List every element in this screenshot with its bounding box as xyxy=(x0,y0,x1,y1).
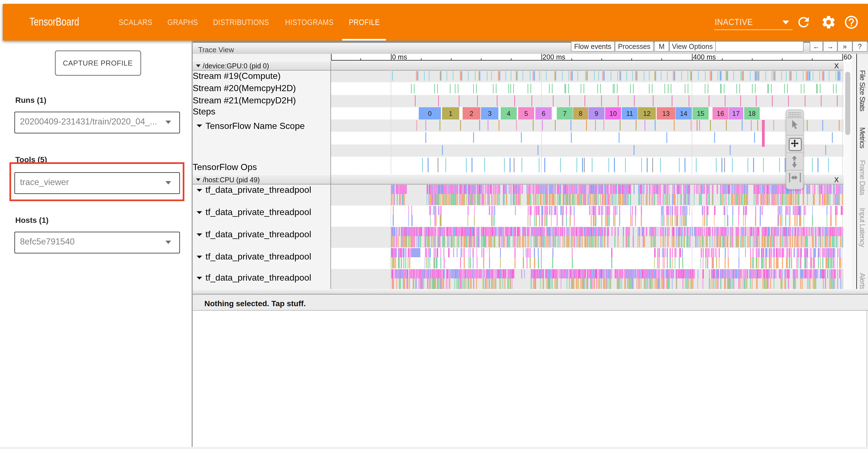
svg-text:15: 15 xyxy=(697,110,705,117)
svg-text:4: 4 xyxy=(507,110,510,117)
svg-text:0: 0 xyxy=(428,110,432,117)
svg-text:6: 6 xyxy=(542,110,545,117)
svg-text:3: 3 xyxy=(488,110,492,117)
svg-text:5: 5 xyxy=(524,110,528,117)
svg-text:9: 9 xyxy=(594,110,598,117)
svg-text:8: 8 xyxy=(579,110,582,117)
svg-text:17: 17 xyxy=(732,110,740,117)
svg-text:1: 1 xyxy=(449,110,452,117)
svg-text:13: 13 xyxy=(662,110,670,117)
svg-text:12: 12 xyxy=(643,110,651,117)
svg-text:7: 7 xyxy=(563,110,566,117)
svg-text:16: 16 xyxy=(717,110,724,117)
svg-text:11: 11 xyxy=(626,110,633,117)
svg-text:18: 18 xyxy=(748,110,756,117)
svg-text:2: 2 xyxy=(469,110,473,117)
svg-text:14: 14 xyxy=(680,110,687,117)
svg-text:10: 10 xyxy=(610,110,617,117)
